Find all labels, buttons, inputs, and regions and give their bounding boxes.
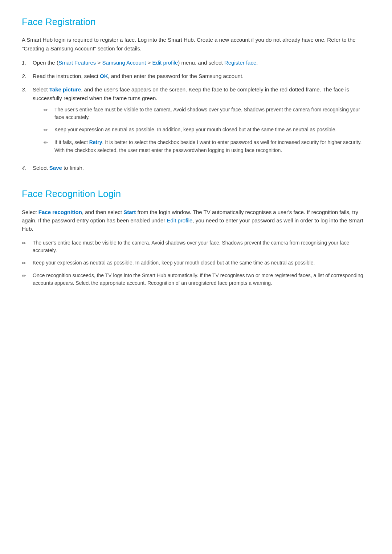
login-note-icon-2: ✏ [22, 259, 30, 267]
step-4: 4. Select Save to finish. [22, 164, 370, 172]
face-recognition-login-title: Face Recognition Login [22, 186, 370, 201]
face-recognition-notes: ✏ The user's entire face must be visible… [22, 239, 370, 287]
step-2-number: 2. [22, 72, 33, 80]
step-2-text: Read the instruction, select OK, and the… [33, 72, 370, 80]
login-note-item-3: ✏ Once recognition succeeds, the TV logs… [22, 272, 370, 287]
login-note-text-3: Once recognition succeeds, the TV logs i… [33, 272, 370, 287]
register-face-link[interactable]: Register face [224, 59, 256, 66]
step-3-text: Select Take picture, and the user's face… [33, 85, 370, 159]
step-4-text: Select Save to finish. [33, 164, 370, 172]
samsung-account-link[interactable]: Samsung Account [102, 59, 146, 66]
face-recognition-login-intro: Select Face recognition, and then select… [22, 208, 370, 233]
face-registration-section: Face Registration A Smart Hub login is r… [22, 15, 370, 172]
save-text: Save [49, 165, 62, 171]
note-item-3: ✏ If it fails, select Retry. It is bette… [44, 139, 370, 154]
note-icon-3: ✏ [44, 139, 52, 147]
start-text: Start [123, 209, 136, 215]
login-note-text-1: The user's entire face must be visible t… [33, 239, 370, 255]
login-note-item-1: ✏ The user's entire face must be visible… [22, 239, 370, 255]
login-note-icon-3: ✏ [22, 272, 30, 280]
login-note-icon-1: ✏ [22, 239, 30, 247]
steps-list: 1. Open the (Smart Features > Samsung Ac… [22, 58, 370, 172]
note-icon-2: ✏ [44, 126, 52, 134]
step-4-number: 4. [22, 164, 33, 172]
ok-text: OK [100, 73, 108, 79]
note-text-1: The user's entire face must be visible t… [54, 106, 370, 122]
edit-profile-link-2[interactable]: Edit profile [167, 217, 192, 223]
face-registration-title: Face Registration [22, 15, 370, 29]
step-3-number: 3. [22, 85, 33, 94]
edit-profile-link-1[interactable]: Edit profile [152, 59, 178, 66]
step-1: 1. Open the (Smart Features > Samsung Ac… [22, 58, 370, 67]
note-item-1: ✏ The user's entire face must be visible… [44, 106, 370, 122]
note-text-2: Keep your expression as neutral as possi… [54, 126, 370, 134]
face-recognition-text: Face recognition [38, 209, 82, 215]
take-picture-text: Take picture [49, 86, 81, 93]
note-text-3: If it fails, select Retry. It is better … [54, 139, 370, 154]
step-3-notes: ✏ The user's entire face must be visible… [44, 106, 370, 154]
face-recognition-login-section: Face Recognition Login Select Face recog… [22, 186, 370, 287]
smart-features-link[interactable]: Smart Features [58, 59, 96, 66]
face-registration-intro: A Smart Hub login is required to registe… [22, 36, 370, 53]
login-note-text-2: Keep your expression as neutral as possi… [33, 259, 370, 267]
step-2: 2. Read the instruction, select OK, and … [22, 72, 370, 80]
login-note-item-2: ✏ Keep your expression as neutral as pos… [22, 259, 370, 267]
step-1-text: Open the (Smart Features > Samsung Accou… [33, 58, 370, 67]
note-icon-1: ✏ [44, 106, 52, 114]
step-1-number: 1. [22, 58, 33, 67]
step-3: 3. Select Take picture, and the user's f… [22, 85, 370, 159]
retry-text: Retry [89, 139, 102, 145]
note-item-2: ✏ Keep your expression as neutral as pos… [44, 126, 370, 134]
